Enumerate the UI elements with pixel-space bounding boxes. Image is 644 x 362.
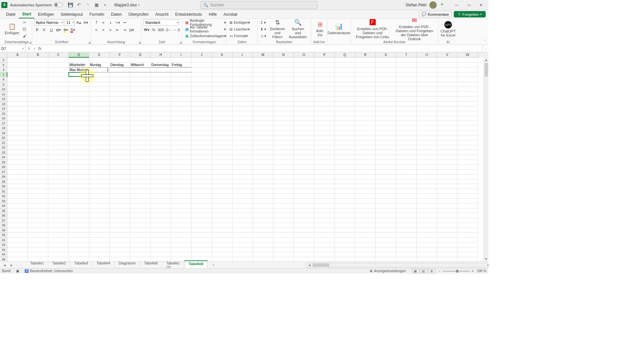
cell[interactable] <box>314 145 335 150</box>
cell[interactable] <box>314 228 335 233</box>
cell[interactable] <box>7 160 28 165</box>
cell[interactable] <box>396 116 417 121</box>
cell[interactable] <box>151 77 171 82</box>
cell[interactable] <box>253 111 273 116</box>
cell[interactable] <box>437 194 458 199</box>
cell[interactable] <box>458 111 478 116</box>
cell[interactable] <box>69 106 89 111</box>
cell[interactable] <box>314 126 335 131</box>
name-box[interactable]: D7 <box>0 45 25 52</box>
cell[interactable] <box>130 116 151 121</box>
cell[interactable] <box>7 179 28 184</box>
cell[interactable] <box>192 155 212 160</box>
cell[interactable] <box>151 184 171 189</box>
cell[interactable] <box>7 150 28 155</box>
cell[interactable] <box>253 257 273 262</box>
scroll-thumb[interactable] <box>485 63 488 76</box>
cell[interactable] <box>7 77 28 82</box>
cell[interactable] <box>437 257 458 262</box>
cell[interactable] <box>171 58 192 63</box>
cell[interactable] <box>335 140 355 145</box>
cell[interactable] <box>355 106 376 111</box>
cell[interactable] <box>110 140 130 145</box>
cell[interactable] <box>376 150 396 155</box>
cell[interactable] <box>458 242 478 247</box>
data-analysis-button[interactable]: 📊 Datenanalyse <box>329 19 348 38</box>
sheet-nav-next-icon[interactable]: ► <box>10 263 13 267</box>
cell[interactable] <box>335 63 355 68</box>
cell[interactable] <box>253 92 273 97</box>
cell[interactable] <box>7 199 28 204</box>
cell[interactable] <box>192 194 212 199</box>
cell[interactable] <box>273 121 294 126</box>
cell[interactable] <box>396 170 417 175</box>
cell[interactable] <box>110 208 130 214</box>
cell[interactable] <box>212 82 232 87</box>
cell[interactable] <box>335 242 355 247</box>
cell[interactable] <box>212 111 232 116</box>
cell[interactable] <box>437 233 458 238</box>
cell[interactable] <box>458 247 478 252</box>
cell[interactable] <box>151 213 171 218</box>
cell[interactable] <box>7 228 28 233</box>
row-header[interactable]: 38 <box>0 223 7 228</box>
col-header-Q[interactable]: Q <box>335 52 355 58</box>
cell[interactable] <box>376 67 396 72</box>
cell[interactable] <box>130 77 151 82</box>
align-mid-icon[interactable]: ≡ <box>100 19 106 25</box>
cell[interactable] <box>69 174 89 179</box>
cell[interactable] <box>253 213 273 218</box>
cell[interactable] <box>335 203 355 208</box>
cell[interactable] <box>335 252 355 257</box>
cell[interactable] <box>192 174 212 179</box>
cell[interactable] <box>192 67 212 72</box>
cell[interactable] <box>151 97 171 102</box>
cell[interactable] <box>273 111 294 116</box>
cell[interactable] <box>130 184 151 189</box>
cell[interactable] <box>458 165 478 170</box>
cell[interactable] <box>294 92 314 97</box>
cell[interactable] <box>232 208 253 214</box>
cell[interactable] <box>396 179 417 184</box>
cell[interactable] <box>253 87 273 92</box>
cell[interactable] <box>355 223 376 228</box>
cell[interactable] <box>48 67 69 72</box>
copilot-icon[interactable]: ✦ <box>440 2 447 8</box>
cell[interactable] <box>192 140 212 145</box>
row-header[interactable]: 42 <box>0 242 7 247</box>
redo-icon[interactable]: ↷ <box>85 2 91 8</box>
orientation-icon[interactable]: ⤡▾ <box>114 19 121 25</box>
cell[interactable] <box>192 203 212 208</box>
cell[interactable] <box>294 145 314 150</box>
cell[interactable] <box>335 257 355 262</box>
cell[interactable] <box>7 111 28 116</box>
row-header[interactable]: 10 <box>0 87 7 92</box>
cell[interactable] <box>417 150 437 155</box>
cell[interactable] <box>314 77 335 82</box>
cell[interactable] <box>110 92 130 97</box>
cell[interactable] <box>376 165 396 170</box>
cell[interactable] <box>69 199 89 204</box>
close-button[interactable]: ✕ <box>475 0 487 10</box>
cell[interactable] <box>355 82 376 87</box>
cell[interactable] <box>294 228 314 233</box>
cell[interactable] <box>110 213 130 218</box>
row-header[interactable]: 37 <box>0 218 7 223</box>
col-header-F[interactable]: F <box>110 52 130 58</box>
cell[interactable] <box>151 242 171 247</box>
cell[interactable] <box>232 194 253 199</box>
cell[interactable] <box>192 87 212 92</box>
cell[interactable] <box>212 97 232 102</box>
cell[interactable] <box>212 135 232 140</box>
cell[interactable] <box>48 247 69 252</box>
cell[interactable]: Donnerstag <box>151 63 171 68</box>
cell[interactable] <box>192 72 212 77</box>
cell[interactable] <box>48 82 69 87</box>
cell[interactable] <box>89 87 110 92</box>
scroll-right-icon[interactable]: ► <box>486 263 488 267</box>
cell[interactable] <box>314 238 335 243</box>
cell[interactable] <box>417 189 437 194</box>
cell[interactable] <box>28 92 48 97</box>
cell[interactable] <box>212 257 232 262</box>
col-header-W[interactable]: W <box>458 52 478 58</box>
